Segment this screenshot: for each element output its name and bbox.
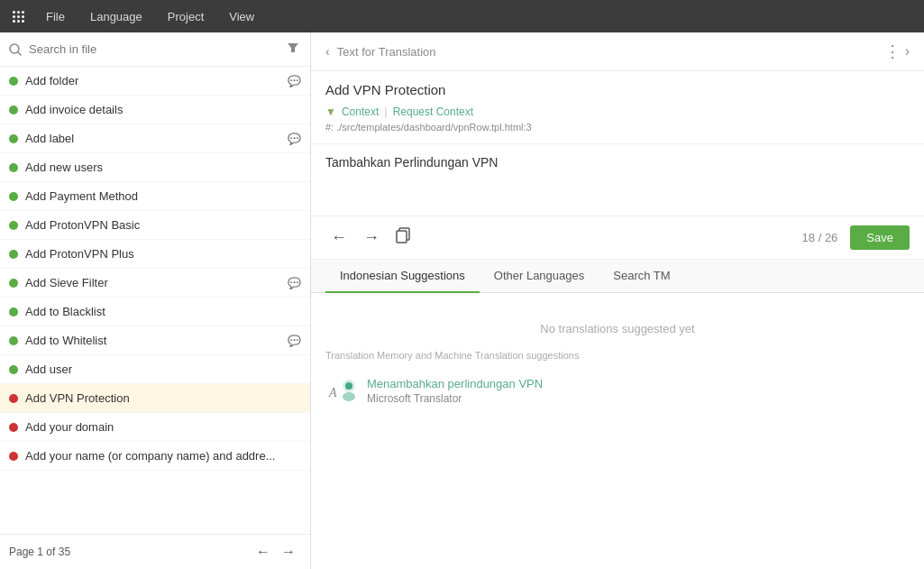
item-label: Add ProtonVPN Plus — [25, 247, 301, 261]
tm-section-label: Translation Memory and Machine Translati… — [325, 350, 910, 361]
list-item[interactable]: Add folder💬 — [0, 67, 310, 96]
next-page-button[interactable]: → — [276, 542, 301, 562]
prev-translation-button[interactable]: ← — [325, 225, 352, 251]
context-link[interactable]: Context — [342, 106, 379, 118]
request-context-link[interactable]: Request Context — [393, 106, 473, 118]
item-label: Add ProtonVPN Basic — [25, 218, 301, 232]
status-dot — [9, 365, 18, 374]
item-label: Add user — [25, 363, 301, 376]
svg-marker-2 — [288, 43, 298, 52]
list-item[interactable]: Add ProtonVPN Basic — [0, 211, 310, 240]
tabs-row: Indonesian SuggestionsOther LanguagesSea… — [311, 260, 924, 293]
tm-suggestion-text[interactable]: Menambahkan perlindungan VPN — [367, 377, 910, 390]
next-translation-button[interactable]: → — [358, 225, 385, 251]
save-button[interactable]: Save — [850, 225, 910, 250]
suggestions-panel: No translations suggested yet Translatio… — [311, 293, 924, 569]
file-path: #: ./src/templates/dashboard/vpnRow.tpl.… — [325, 122, 910, 133]
item-label: Add your domain — [25, 420, 301, 434]
list-item[interactable]: Add Payment Method — [0, 182, 310, 211]
comment-icon: 💬 — [288, 75, 301, 87]
status-dot — [9, 394, 18, 403]
more-options-button[interactable]: ⋮ — [884, 41, 901, 61]
status-dot — [9, 423, 18, 432]
status-dot — [9, 250, 18, 259]
list-item[interactable]: Add invoice details — [0, 96, 310, 124]
right-panel: ‹ Text for Translation ⋮ › Add VPN Prote… — [311, 32, 924, 569]
panel-title: Text for Translation — [337, 45, 884, 59]
status-dot — [9, 134, 18, 143]
context-section: ▼ Context | Request Context — [325, 105, 910, 118]
right-header: ‹ Text for Translation ⋮ › — [311, 32, 924, 71]
menu-item-language[interactable]: Language — [78, 0, 155, 32]
tm-source-label: Microsoft Translator — [367, 392, 910, 405]
translation-source: Add VPN Protection ▼ Context | Request C… — [311, 71, 924, 144]
menu-bar: FileLanguageProjectView — [0, 0, 924, 32]
comment-icon: 💬 — [288, 277, 301, 289]
expand-button[interactable]: › — [905, 43, 910, 60]
context-arrow-icon: ▼ — [325, 106, 336, 118]
list-item[interactable]: Add new users — [0, 153, 310, 182]
list-item[interactable]: Add ProtonVPN Plus — [0, 240, 310, 269]
comment-icon: 💬 — [288, 335, 301, 347]
search-input[interactable] — [29, 42, 278, 56]
menu-item-file[interactable]: File — [33, 0, 78, 32]
search-bar — [0, 32, 310, 67]
item-label: Add your name (or company name) and addr… — [25, 449, 301, 463]
item-label: Add Sieve Filter — [25, 276, 284, 289]
list-item[interactable]: Add VPN Protection — [0, 384, 310, 413]
tm-item-icon: A — [325, 377, 358, 412]
svg-rect-4 — [397, 231, 407, 243]
no-suggestions-text: No translations suggested yet — [325, 307, 910, 350]
menu-item-view[interactable]: View — [216, 0, 267, 32]
list-item[interactable]: Add to Whitelist💬 — [0, 326, 310, 355]
tab-indonesian[interactable]: Indonesian Suggestions — [325, 260, 480, 293]
item-label: Add folder — [25, 74, 284, 87]
status-dot — [9, 192, 18, 201]
item-label: Add VPN Protection — [25, 391, 301, 405]
list-item[interactable]: Add Sieve Filter💬 — [0, 269, 310, 298]
svg-point-6 — [345, 382, 352, 390]
svg-point-7 — [343, 392, 355, 401]
tm-item: A Menambahkan perlindungan VPNMicrosoft … — [325, 370, 910, 419]
items-list: Add folder💬Add invoice detailsAdd label💬… — [0, 67, 310, 534]
main-content: Add folder💬Add invoice detailsAdd label💬… — [0, 32, 924, 569]
svg-line-1 — [18, 52, 21, 55]
status-dot — [9, 336, 18, 345]
toolbar-row: ← → 18 / 26 Save — [311, 216, 924, 260]
item-label: Add to Whitelist — [25, 334, 284, 347]
page-info: Page 1 of 35 — [9, 546, 251, 558]
collapse-button[interactable]: ‹ — [325, 44, 330, 59]
status-dot — [9, 279, 18, 288]
item-label: Add to Blacklist — [25, 305, 301, 318]
filter-button[interactable] — [285, 40, 301, 59]
item-label: Add Payment Method — [25, 189, 301, 203]
menu-item-project[interactable]: Project — [155, 0, 216, 32]
item-label: Add new users — [25, 161, 301, 174]
target-text[interactable]: Tambahkan Perlindungan VPN — [325, 155, 910, 170]
copy-button[interactable] — [390, 224, 417, 252]
translation-target[interactable]: Tambahkan Perlindungan VPN — [311, 144, 924, 216]
search-icon — [9, 43, 22, 56]
comment-icon: 💬 — [288, 133, 301, 145]
tab-search[interactable]: Search TM — [599, 260, 684, 293]
prev-page-button[interactable]: ← — [251, 542, 276, 562]
progress-info: 18 / 26 — [802, 231, 838, 244]
list-item[interactable]: Add your domain — [0, 413, 310, 442]
app-grid-icon[interactable] — [13, 11, 24, 23]
source-title: Add VPN Protection — [325, 82, 910, 97]
status-dot — [9, 221, 18, 230]
tab-other[interactable]: Other Languages — [480, 260, 599, 293]
left-panel: Add folder💬Add invoice detailsAdd label💬… — [0, 32, 311, 569]
item-label: Add label — [25, 132, 284, 145]
list-item[interactable]: Add your name (or company name) and addr… — [0, 442, 310, 471]
status-dot — [9, 106, 18, 115]
status-dot — [9, 452, 18, 461]
item-label: Add invoice details — [25, 103, 301, 116]
page-footer: Page 1 of 35 ← → — [0, 534, 310, 569]
list-item[interactable]: Add label💬 — [0, 124, 310, 153]
list-item[interactable]: Add user — [0, 355, 310, 384]
status-dot — [9, 77, 18, 86]
list-item[interactable]: Add to Blacklist — [0, 298, 310, 326]
status-dot — [9, 307, 18, 317]
svg-text:A: A — [328, 386, 337, 399]
